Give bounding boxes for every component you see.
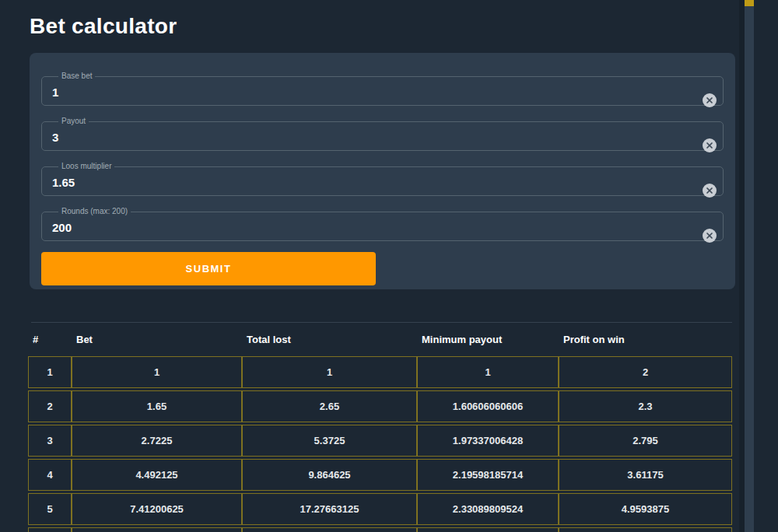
cell-minimum-payout: 1.60606060606 [417, 390, 559, 422]
cell-bet: 2.7225 [72, 425, 242, 457]
cell-minimum-payout: 2.19598185714 [417, 459, 559, 491]
scrollbar-track [739, 0, 745, 532]
base-bet-field[interactable]: Base bet [41, 72, 724, 106]
clear-x-icon [703, 93, 717, 107]
loss-multiplier-label: Loos multiplier [58, 162, 114, 171]
rounds-clear-button[interactable] [703, 229, 717, 243]
loss-multiplier-input[interactable] [52, 176, 696, 189]
cell-total-lost: 17.27663125 [242, 493, 417, 525]
cell-minimum-payout: 2.33089809524 [417, 493, 559, 525]
cell-bet: 7.41200625 [72, 493, 242, 525]
table-row: 2 1.65 2.65 1.60606060606 2.3 [28, 390, 732, 422]
table-header-row: # Bet Total lost Minimum payout Profit o… [28, 323, 732, 356]
base-bet-input[interactable] [52, 86, 696, 99]
cell-bet: 1.65 [72, 390, 242, 422]
base-bet-label: Base bet [58, 72, 95, 81]
base-bet-clear-button[interactable] [703, 93, 717, 107]
table-row: 5 7.41200625 17.27663125 2.33089809524 4… [28, 493, 732, 525]
cell-minimum-payout: 1 [417, 356, 559, 388]
table-row: 4 4.492125 9.864625 2.19598185714 3.6117… [28, 459, 732, 491]
cell-index: 5 [28, 493, 72, 525]
payout-field[interactable]: Payout [41, 117, 724, 151]
cell-index: 2 [28, 390, 72, 422]
results-table: # Bet Total lost Minimum payout Profit o… [28, 323, 732, 532]
payout-input[interactable] [52, 131, 696, 144]
table-row: 3 2.7225 5.3725 1.97337006428 2.795 [28, 425, 732, 457]
cell-index: 1 [28, 356, 72, 388]
rounds-input[interactable] [52, 221, 696, 234]
header-minimum-payout: Minimum payout [417, 334, 559, 345]
cell-profit-on-win: 2 [559, 356, 732, 388]
clear-x-icon [703, 184, 717, 198]
header-bet: Bet [72, 334, 242, 345]
scrollbar-thumb[interactable] [745, 0, 754, 532]
bet-calculator-form-panel: Base bet Payout Loos multiplier [30, 53, 735, 289]
loss-multiplier-field[interactable]: Loos multiplier [41, 162, 724, 196]
rounds-field[interactable]: Rounds (max: 200) [41, 207, 724, 241]
cell-profit-on-win: 4.9593875 [559, 493, 732, 525]
payout-label: Payout [58, 117, 89, 126]
clear-x-icon [703, 138, 717, 152]
cell-profit-on-win: 2.3 [559, 390, 732, 422]
rounds-label: Rounds (max: 200) [58, 207, 131, 216]
cell-total-lost: 1 [242, 356, 417, 388]
loss-multiplier-clear-button[interactable] [703, 184, 717, 198]
cell-minimum-payout: 1.97337006428 [417, 425, 559, 457]
cell-profit-on-win: 3.61175 [559, 459, 732, 491]
table-row-partial [28, 527, 732, 532]
cell-profit-on-win: 2.795 [559, 425, 732, 457]
cell-total-lost: 9.864625 [242, 459, 417, 491]
header-profit-on-win: Profit on win [559, 334, 732, 345]
scrollbar-gold-indicator [745, 0, 754, 6]
table-row: 1 1 1 1 2 [28, 356, 732, 388]
cell-bet: 4.492125 [72, 459, 242, 491]
clear-x-icon [703, 229, 717, 243]
cell-total-lost: 2.65 [242, 390, 417, 422]
header-total-lost: Total lost [242, 334, 417, 345]
page-title: Bet calculator [30, 14, 177, 39]
payout-clear-button[interactable] [703, 138, 717, 152]
cell-bet: 1 [72, 356, 242, 388]
cell-total-lost: 5.3725 [242, 425, 417, 457]
header-index: # [28, 334, 72, 345]
cell-index: 4 [28, 459, 72, 491]
cell-index: 3 [28, 425, 72, 457]
submit-button[interactable]: SUBMIT [41, 252, 376, 285]
